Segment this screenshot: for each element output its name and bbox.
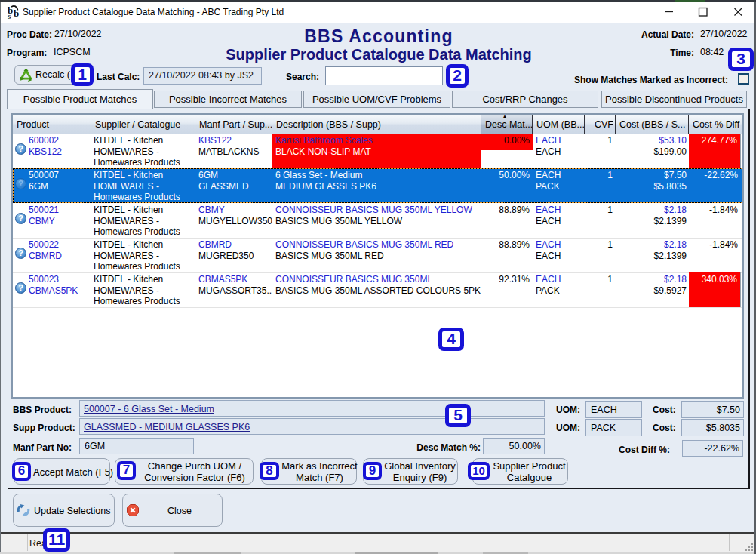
svg-text:b: b bbox=[14, 8, 19, 19]
svg-text:s: s bbox=[8, 11, 11, 20]
